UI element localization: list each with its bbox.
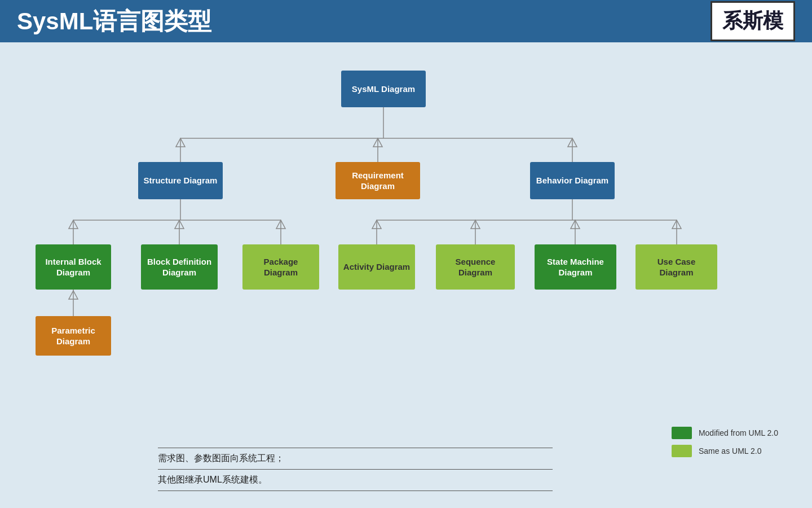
legend: Modified from UML 2.0 Same as UML 2.0 (672, 427, 778, 457)
node-ibd: Internal Block Diagram (36, 244, 111, 290)
legend-color-modified (672, 427, 692, 439)
svg-marker-13 (175, 220, 184, 229)
legend-item-modified: Modified from UML 2.0 (672, 427, 778, 439)
page-title: SysML语言图类型 (17, 6, 211, 37)
legend-color-same (672, 445, 692, 457)
node-behavior-diagram: Behavior Diagram (530, 162, 615, 199)
svg-marker-25 (372, 220, 381, 229)
node-parametric-diagram: Parametric Diagram (36, 316, 111, 356)
node-bdd: Block Definition Diagram (141, 244, 218, 290)
svg-marker-5 (373, 138, 382, 147)
diagram: SysML Diagram Structure Diagram Requirem… (0, 54, 812, 437)
legend-label-same: Same as UML 2.0 (699, 446, 762, 456)
node-sysml-diagram: SysML Diagram (341, 71, 426, 107)
legend-item-same: Same as UML 2.0 (672, 445, 778, 457)
note-line-2: 其他图继承UML系统建模。 (158, 470, 553, 491)
note-line-1: 需求图、参数图面向系统工程； (158, 448, 553, 470)
node-state-machine-diagram: State Machine Diagram (535, 244, 616, 290)
node-sequence-diagram: Sequence Diagram (436, 244, 515, 290)
node-activity-diagram: Activity Diagram (338, 244, 415, 290)
node-structure-diagram: Structure Diagram (138, 162, 223, 199)
svg-marker-28 (69, 291, 78, 299)
node-requirement-diagram: Requirement Diagram (336, 162, 420, 199)
svg-marker-11 (69, 220, 78, 229)
svg-marker-7 (568, 138, 577, 147)
logo: 系斯模 (710, 1, 795, 41)
node-package-diagram: Package Diagram (242, 244, 319, 290)
svg-marker-23 (672, 220, 681, 229)
svg-marker-15 (276, 220, 285, 229)
svg-marker-21 (571, 220, 580, 229)
notes-section: 需求图、参数图面向系统工程； 其他图继承UML系统建模。 (158, 448, 553, 491)
header: SysML语言图类型 系斯模 (0, 0, 812, 42)
svg-marker-3 (176, 138, 185, 147)
legend-label-modified: Modified from UML 2.0 (699, 428, 778, 437)
node-use-case-diagram: Use Case Diagram (636, 244, 717, 290)
main-content: SysML Diagram Structure Diagram Requirem… (0, 42, 812, 508)
svg-marker-19 (471, 220, 480, 229)
